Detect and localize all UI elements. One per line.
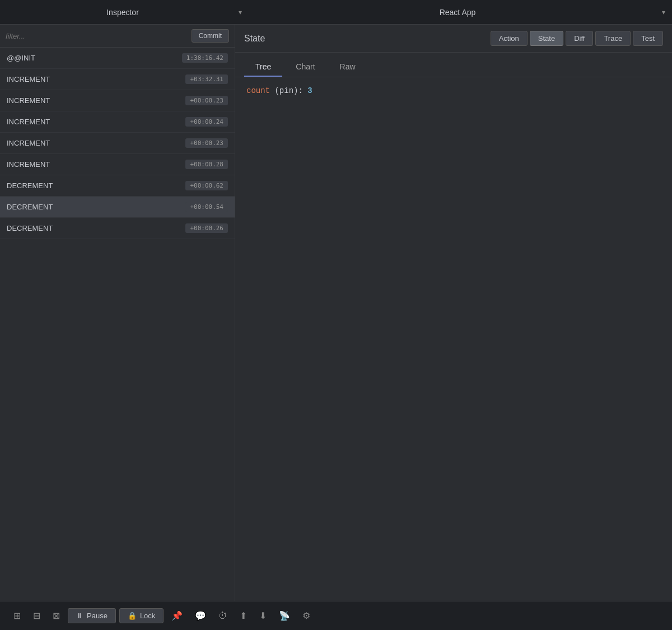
- filter-input[interactable]: [6, 32, 187, 40]
- action-item[interactable]: @@INIT 1:38:16.42: [0, 48, 235, 69]
- state-header: State ActionStateDiffTraceTest: [235, 25, 672, 53]
- state-section-label: State: [244, 34, 491, 44]
- action-item[interactable]: INCREMENT +00:00.24: [0, 111, 235, 133]
- action-name: @@INIT: [7, 54, 35, 62]
- clock-button[interactable]: ⏱: [214, 608, 232, 624]
- action-name: DECREMENT: [7, 203, 53, 211]
- action-name: INCREMENT: [7, 75, 50, 83]
- state-content: count (pin): 3: [235, 77, 672, 601]
- antenna-button[interactable]: 📡: [274, 607, 295, 624]
- react-app-section-header: React App ▾: [242, 8, 665, 17]
- action-name: DECREMENT: [7, 181, 53, 190]
- action-time: +00:00.62: [185, 181, 228, 190]
- sub-tab-chart[interactable]: Chart: [284, 58, 326, 77]
- tab-button-state[interactable]: State: [530, 31, 563, 46]
- gear-button[interactable]: ⚙: [298, 607, 315, 624]
- action-name: INCREMENT: [7, 160, 50, 169]
- bottom-toolbar: ⊞ ⊟ ⊠ ⏸ Pause 🔒 Lock 📌 💬 ⏱ ⬆ ⬇ 📡 ⚙: [0, 601, 672, 630]
- lock-button[interactable]: 🔒 Lock: [119, 608, 164, 623]
- action-item[interactable]: INCREMENT +00:00.28: [0, 154, 235, 175]
- inspector-panel: Commit @@INIT 1:38:16.42 INCREMENT +03:3…: [0, 25, 235, 601]
- action-item[interactable]: INCREMENT +00:00.23: [0, 133, 235, 154]
- chat-button[interactable]: 💬: [190, 607, 211, 624]
- pause-button[interactable]: ⏸ Pause: [68, 608, 116, 623]
- action-time: +00:00.23: [185, 138, 228, 148]
- react-app-chevron-icon[interactable]: ▾: [662, 8, 665, 16]
- grid3-button[interactable]: ⊠: [48, 607, 64, 624]
- tab-buttons: ActionStateDiffTraceTest: [491, 31, 663, 46]
- action-time: 1:38:16.42: [182, 53, 228, 63]
- state-key: count: [246, 86, 270, 95]
- state-value: 3: [307, 86, 312, 95]
- action-time: +00:00.54: [185, 202, 228, 212]
- tab-button-test[interactable]: Test: [633, 31, 663, 46]
- upload-button[interactable]: ⬆: [235, 607, 251, 624]
- right-panel: State ActionStateDiffTraceTest TreeChart…: [235, 25, 672, 601]
- action-name: INCREMENT: [7, 96, 50, 105]
- action-name: INCREMENT: [7, 118, 50, 126]
- action-item[interactable]: DECREMENT +00:00.62: [0, 175, 235, 197]
- action-item[interactable]: INCREMENT +03:32.31: [0, 69, 235, 90]
- grid1-button[interactable]: ⊞: [9, 607, 25, 624]
- inspector-section-header: Inspector ▾: [7, 8, 242, 17]
- lock-icon: 🔒: [128, 612, 137, 620]
- pin-button[interactable]: 📌: [167, 607, 187, 624]
- main-content: Commit @@INIT 1:38:16.42 INCREMENT +03:3…: [0, 25, 672, 601]
- action-item[interactable]: INCREMENT +00:00.23: [0, 90, 235, 111]
- action-list: @@INIT 1:38:16.42 INCREMENT +03:32.31 IN…: [0, 48, 235, 601]
- lock-label: Lock: [140, 612, 155, 620]
- pause-label: Pause: [87, 612, 108, 620]
- tab-button-trace[interactable]: Trace: [595, 31, 631, 46]
- inspector-title: Inspector: [7, 8, 239, 17]
- action-time: +03:32.31: [185, 74, 228, 84]
- action-time: +00:00.26: [185, 223, 228, 233]
- pause-icon: ⏸: [76, 612, 83, 620]
- tab-button-diff[interactable]: Diff: [566, 31, 593, 46]
- action-time: +00:00.24: [185, 117, 228, 127]
- download-button[interactable]: ⬇: [255, 607, 271, 624]
- tab-button-action[interactable]: Action: [491, 31, 528, 46]
- action-time: +00:00.28: [185, 160, 228, 169]
- action-item[interactable]: DECREMENT +00:00.26: [0, 218, 235, 239]
- sub-tab-tree[interactable]: Tree: [244, 58, 282, 77]
- top-bar: Inspector ▾ React App ▾: [0, 0, 672, 25]
- react-app-title: React App: [253, 8, 662, 17]
- action-time: +00:00.23: [185, 96, 228, 105]
- sub-tabs: TreeChartRaw: [235, 53, 672, 77]
- commit-button[interactable]: Commit: [192, 29, 229, 43]
- state-pin-label: (pin):: [274, 86, 302, 95]
- action-name: DECREMENT: [7, 224, 53, 232]
- action-name: INCREMENT: [7, 139, 50, 147]
- grid2-button[interactable]: ⊟: [29, 607, 45, 624]
- sub-tab-raw[interactable]: Raw: [329, 58, 367, 77]
- filter-bar: Commit: [0, 25, 235, 48]
- action-item[interactable]: DECREMENT +00:00.54: [0, 197, 235, 218]
